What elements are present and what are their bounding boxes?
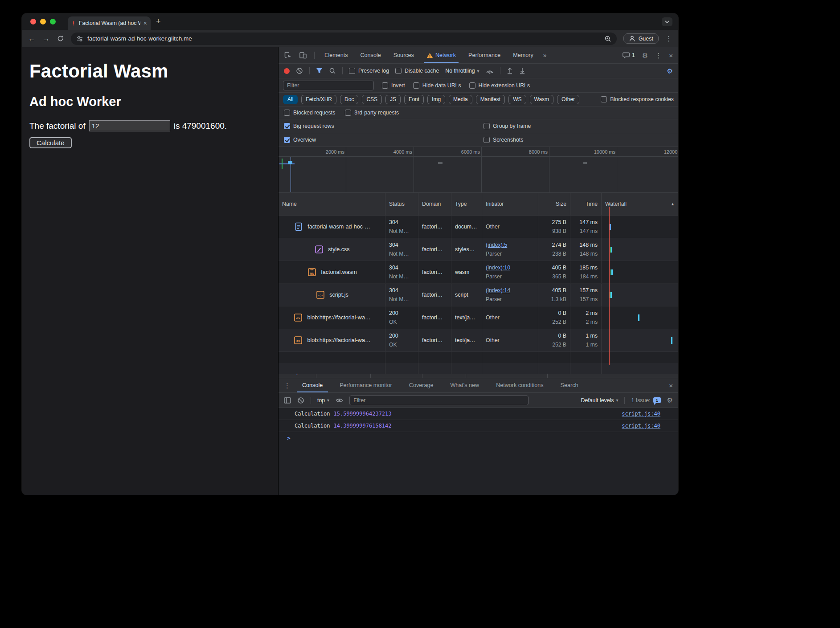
- new-tab-button[interactable]: +: [156, 17, 161, 26]
- console-settings-icon[interactable]: ⚙: [667, 397, 673, 404]
- network-request-row[interactable]: <> blob:https://factorial-wa… 200OK fact…: [279, 329, 678, 352]
- filter-funnel-icon[interactable]: [316, 68, 323, 74]
- drawer-close-icon[interactable]: ×: [669, 382, 673, 389]
- inspect-element-icon[interactable]: [284, 51, 292, 59]
- more-tabs-icon[interactable]: »: [543, 52, 547, 59]
- drawer-menu-icon[interactable]: ⋮: [284, 382, 291, 389]
- settings-gear-icon[interactable]: ⚙: [642, 52, 648, 59]
- clear-console-icon[interactable]: [297, 397, 304, 404]
- tab-elements[interactable]: Elements: [322, 47, 351, 63]
- issues-counter[interactable]: 1: [623, 52, 635, 58]
- col-initiator[interactable]: Initiator: [482, 193, 538, 215]
- maximize-window-button[interactable]: [50, 19, 56, 24]
- network-overview-timeline[interactable]: 2000 ms 4000 ms 6000 ms 8000 ms 10000 ms…: [279, 147, 678, 193]
- tab-sources[interactable]: Sources: [391, 47, 417, 63]
- col-time[interactable]: Time: [570, 193, 602, 215]
- export-har-icon[interactable]: [519, 67, 525, 74]
- chip-font[interactable]: Font: [404, 95, 424, 104]
- col-size[interactable]: Size: [538, 193, 570, 215]
- third-party-requests-checkbox[interactable]: 3rd-party requests: [345, 110, 399, 116]
- overview-checkbox[interactable]: Overview: [284, 137, 484, 143]
- chip-all[interactable]: All: [283, 95, 298, 104]
- tab-network[interactable]: Network: [424, 47, 459, 63]
- blocked-response-cookies-checkbox[interactable]: Blocked response cookies: [601, 96, 674, 102]
- initiator-link[interactable]: (index):14: [486, 286, 534, 295]
- console-prompt[interactable]: >: [279, 432, 678, 444]
- close-window-button[interactable]: [30, 19, 36, 24]
- factorial-input[interactable]: [89, 120, 170, 131]
- minimize-window-button[interactable]: [40, 19, 46, 24]
- calculate-button[interactable]: Calculate: [29, 137, 72, 148]
- chip-ws[interactable]: WS: [508, 95, 526, 104]
- log-levels-dropdown[interactable]: Default levels ▾: [581, 397, 619, 404]
- device-toolbar-icon[interactable]: [299, 51, 307, 59]
- browser-tab[interactable]: ! Factorial Wasm (ad hoc Worker) ×: [68, 16, 151, 30]
- network-conditions-icon[interactable]: [486, 68, 494, 74]
- devtools-menu-icon[interactable]: ⋮: [655, 52, 662, 59]
- zoom-icon[interactable]: [604, 35, 611, 42]
- col-waterfall[interactable]: Waterfall ▲: [602, 193, 678, 215]
- network-request-row[interactable]: style.css 304Not M… factori… styles… (in…: [279, 238, 678, 261]
- group-by-frame-checkbox[interactable]: Group by frame: [484, 123, 673, 129]
- console-log[interactable]: Calculation 15.599999964237213 script.js…: [279, 408, 678, 495]
- clear-network-icon[interactable]: [296, 67, 303, 74]
- console-source-link[interactable]: script.js:40: [622, 423, 660, 429]
- devtools-close-icon[interactable]: ×: [669, 52, 673, 59]
- forward-button[interactable]: →: [42, 35, 50, 42]
- col-name[interactable]: Name: [279, 193, 385, 215]
- initiator-link[interactable]: (index):10: [486, 263, 534, 272]
- chip-manifest[interactable]: Manifest: [476, 95, 505, 104]
- console-filter-input[interactable]: [349, 396, 529, 405]
- browser-menu-icon[interactable]: ⋮: [665, 35, 672, 42]
- chip-img[interactable]: Img: [427, 95, 445, 104]
- chip-css[interactable]: CSS: [362, 95, 382, 104]
- disable-cache-checkbox[interactable]: Disable cache: [395, 68, 439, 74]
- big-request-rows-checkbox[interactable]: Big request rows: [284, 123, 484, 129]
- chip-media[interactable]: Media: [449, 95, 472, 104]
- col-status[interactable]: Status: [385, 193, 418, 215]
- drawer-tab-console[interactable]: Console: [297, 378, 328, 392]
- tab-console[interactable]: Console: [358, 47, 384, 63]
- col-type[interactable]: Type: [451, 193, 482, 215]
- tab-performance[interactable]: Performance: [466, 47, 503, 63]
- network-settings-gear-icon[interactable]: ⚙: [667, 68, 673, 74]
- reload-button[interactable]: [57, 35, 64, 42]
- issues-button[interactable]: 1 Issue: 1: [631, 397, 660, 404]
- console-sidebar-icon[interactable]: [284, 397, 291, 404]
- console-source-link[interactable]: script.js:40: [622, 411, 660, 417]
- profile-button[interactable]: Guest: [623, 33, 659, 44]
- tab-close-icon[interactable]: ×: [143, 20, 147, 26]
- drawer-tab-coverage[interactable]: Coverage: [404, 378, 439, 392]
- eye-icon[interactable]: [336, 398, 343, 403]
- preserve-log-checkbox[interactable]: Preserve log: [349, 68, 389, 74]
- address-bar[interactable]: factorial-wasm-ad-hoc-worker.glitch.me: [71, 33, 617, 45]
- col-domain[interactable]: Domain: [418, 193, 451, 215]
- chip-js[interactable]: JS: [385, 95, 401, 104]
- chip-other[interactable]: Other: [557, 95, 579, 104]
- execution-context-dropdown[interactable]: top ▾: [317, 397, 329, 404]
- tab-memory[interactable]: Memory: [510, 47, 536, 63]
- chip-fetch-xhr[interactable]: Fetch/XHR: [301, 95, 336, 104]
- network-request-row[interactable]: <> blob:https://factorial-wa… 200OK fact…: [279, 306, 678, 329]
- network-request-row[interactable]: <> script.js 304Not M… factori… script (…: [279, 284, 678, 306]
- network-request-row[interactable]: factorial-wasm-ad-hoc-… 304Not M… factor…: [279, 216, 678, 238]
- blocked-requests-checkbox[interactable]: Blocked requests: [284, 110, 335, 116]
- invert-checkbox[interactable]: Invert: [382, 82, 405, 89]
- search-icon[interactable]: [329, 67, 336, 74]
- record-button[interactable]: [284, 68, 290, 74]
- tab-search-button[interactable]: [662, 17, 672, 26]
- chip-wasm[interactable]: Wasm: [530, 95, 554, 104]
- throttling-dropdown[interactable]: No throttling ▾: [445, 68, 479, 74]
- drawer-tab-performance-monitor[interactable]: Performance monitor: [334, 378, 397, 392]
- network-request-row[interactable]: WA factorial.wasm 304Not M… factori… was…: [279, 261, 678, 284]
- network-filter-input[interactable]: [283, 81, 374, 90]
- initiator-link[interactable]: (index):5: [486, 241, 534, 249]
- site-info-icon[interactable]: [76, 35, 83, 42]
- drawer-tab-search[interactable]: Search: [555, 378, 584, 392]
- hide-extension-urls-checkbox[interactable]: Hide extension URLs: [469, 82, 530, 89]
- drawer-tab-whats-new[interactable]: What's new: [445, 378, 484, 392]
- back-button[interactable]: ←: [28, 35, 36, 42]
- screenshots-checkbox[interactable]: Screenshots: [484, 137, 673, 143]
- chip-doc[interactable]: Doc: [340, 95, 358, 104]
- hide-data-urls-checkbox[interactable]: Hide data URLs: [413, 82, 461, 89]
